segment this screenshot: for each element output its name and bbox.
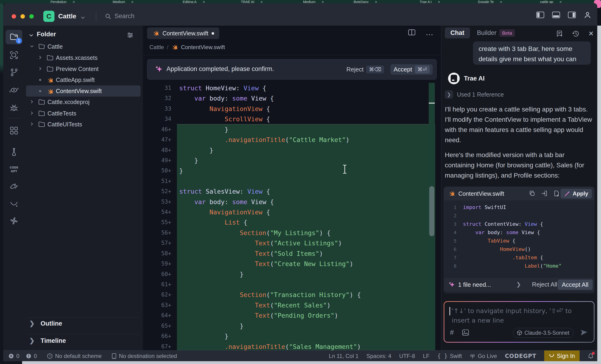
code-line[interactable]: 33 NavigationView { <box>143 104 441 114</box>
tree-item-contentview-swift[interactable]: ContentView.swift <box>26 85 140 97</box>
activity-item-source-control-icon[interactable] <box>6 65 22 79</box>
code-line[interactable]: 56+ Section("My Listings") { <box>143 228 441 238</box>
code-line[interactable]: 47+ .navigationTitle("Cattle Market") <box>143 135 441 145</box>
zoom-window-button[interactable] <box>29 14 34 19</box>
code-line[interactable]: 34 ScrollView { <box>143 114 441 124</box>
code-line[interactable]: 7 .tabItem { <box>444 254 594 262</box>
activity-item-codegeex-icon[interactable] <box>6 179 22 194</box>
accept-button[interactable]: Accept ⌘⏎ <box>390 64 433 75</box>
insert-code-icon[interactable] <box>541 190 548 197</box>
code-line[interactable]: 53+ var body: some View { <box>143 197 441 207</box>
chevron-right-icon[interactable] <box>38 55 43 60</box>
errors-indicator[interactable]: 0 <box>8 353 19 359</box>
breadcrumb-project[interactable]: Cattle <box>150 44 164 50</box>
code-line[interactable]: 61+ <box>143 279 441 290</box>
language-mode[interactable]: { } Swift <box>437 353 462 359</box>
chat-input[interactable]: '↑↓' to navigate input history, '⇧⏎' to … <box>444 302 594 342</box>
chevron-right-icon[interactable] <box>38 66 43 71</box>
code-line[interactable]: 54+ NavigationView { <box>143 207 441 217</box>
code-line[interactable]: 57+ Text("Active Listings") <box>143 238 441 248</box>
copy-code-icon[interactable] <box>529 190 535 197</box>
go-live-button[interactable]: Go Live <box>470 353 497 359</box>
code-line[interactable]: 65+ } <box>143 321 441 331</box>
indentation-setting[interactable]: Spaces: 4 <box>366 353 391 359</box>
tab-chat[interactable]: Chat <box>445 28 470 39</box>
code-line[interactable]: 63+ Text("Recent Sales") <box>143 300 441 310</box>
new-file-from-code-icon[interactable] <box>554 190 559 197</box>
history-icon[interactable] <box>572 30 580 38</box>
sign-in-button[interactable]: Sign In <box>544 351 580 361</box>
code-line[interactable]: 64+ Text("Pending Orders") <box>143 310 441 321</box>
more-actions-icon[interactable]: … <box>425 31 434 33</box>
code-line[interactable]: 1import SwiftUI <box>444 203 594 212</box>
accept-all-button[interactable]: Accept All <box>558 279 593 290</box>
split-editor-icon[interactable] <box>408 29 415 35</box>
codegpt-status[interactable]: CODEGPT <box>505 353 536 359</box>
search-box[interactable]: Search <box>105 13 135 20</box>
timeline-section[interactable]: ❯ Timeline <box>29 337 66 344</box>
code-line[interactable]: 46+ } <box>143 124 441 135</box>
warnings-indicator[interactable]: 0 <box>26 353 37 359</box>
close-window-button[interactable] <box>12 14 16 19</box>
activity-item-explorer-icon[interactable]: 1 <box>6 30 22 44</box>
new-chat-icon[interactable] <box>556 30 563 37</box>
tree-item-assets-xcassets[interactable]: Assets.xcassets <box>26 52 140 63</box>
code-line[interactable]: 52+struct SalesView: View { <box>143 186 441 197</box>
activity-item-codegpt-icon[interactable]: CODEGPT <box>6 162 22 177</box>
activity-item-preview-eye-icon[interactable] <box>6 83 22 97</box>
send-message-icon[interactable] <box>580 328 588 337</box>
scheme-selector[interactable]: ? No default scheme <box>47 353 102 359</box>
folder-chevron-down-icon[interactable] <box>28 33 34 38</box>
tree-item-cattleapp-swift[interactable]: CattleApp.swift <box>26 74 140 85</box>
explorer-header[interactable]: Folder <box>25 29 143 39</box>
context-hash-icon[interactable]: # <box>450 328 454 336</box>
tree-item-cattletests[interactable]: CattleTests <box>26 108 140 119</box>
code-line[interactable]: 55+ List { <box>143 217 441 228</box>
code-line[interactable]: 49+ } <box>143 155 441 166</box>
code-line[interactable]: 60+ } <box>143 269 441 279</box>
reject-all-button[interactable]: Reject All <box>532 281 557 288</box>
code-line[interactable]: 3struct ContentView: View { <box>444 220 594 228</box>
project-name[interactable]: Cattle <box>58 13 76 20</box>
toggle-bottom-panel-icon[interactable] <box>552 12 560 18</box>
attach-image-icon[interactable] <box>462 329 469 336</box>
toggle-right-panel-icon[interactable] <box>568 12 576 18</box>
chevron-right-icon[interactable] <box>29 110 34 116</box>
tree-item-cattle[interactable]: Cattle <box>26 41 140 52</box>
code-line[interactable]: 51+ <box>143 176 441 187</box>
activity-item-smiley-icon[interactable] <box>6 197 22 211</box>
model-selector[interactable]: Claude-3.5-Sonnet <box>513 328 573 338</box>
code-line[interactable]: 32 var body: some View { <box>143 93 441 104</box>
account-icon[interactable] <box>584 11 591 19</box>
browser-scrollbar-horizontal[interactable] <box>22 361 601 364</box>
code-line[interactable]: 8 Label("Home" <box>444 262 594 270</box>
cursor-position[interactable]: Ln 11, Col 1 <box>329 353 359 359</box>
breadcrumb-file[interactable]: ContentView.swift <box>181 44 225 50</box>
tab-builder[interactable]: Builder Beta <box>477 29 515 37</box>
code-line[interactable]: 50+} <box>143 166 441 176</box>
activity-item-extensions-icon[interactable] <box>6 123 22 138</box>
editor-tab[interactable]: ContentView.swift <box>147 28 219 39</box>
code-line[interactable]: 66+ } <box>143 331 441 341</box>
code-line[interactable]: 5 TabView { <box>444 237 594 245</box>
toggle-left-panel-icon[interactable] <box>536 12 544 18</box>
code-line[interactable]: 31struct HomeView: View { <box>143 83 441 93</box>
code-line[interactable]: 2 <box>444 212 594 220</box>
used-references-toggle[interactable]: ❯ Used 1 Reference <box>445 90 504 99</box>
code-line[interactable]: 58+ Text("Sold Items") <box>143 248 441 259</box>
activity-item-debug-icon[interactable] <box>6 101 22 115</box>
notifications-bell-icon[interactable] <box>588 353 594 359</box>
expand-pending-chevron-icon[interactable]: ❯ <box>516 281 521 288</box>
breadcrumb[interactable]: Cattle / ContentView.swift <box>150 44 225 51</box>
code-line[interactable]: 59+ Text("Create New Listing") <box>143 259 441 269</box>
code-line[interactable]: 4 var body: some View { <box>444 228 594 237</box>
eol-setting[interactable]: LF <box>423 353 430 359</box>
encoding-setting[interactable]: UTF-8 <box>399 353 415 359</box>
tree-item-preview-content[interactable]: Preview Content <box>26 63 140 74</box>
reject-button[interactable]: Reject ⌘⌫ <box>344 64 386 75</box>
activity-item-search-icon[interactable] <box>6 48 22 62</box>
outline-section[interactable]: ❯ Outline <box>29 320 62 327</box>
chevron-right-icon[interactable] <box>29 99 34 104</box>
activity-item-flower-icon[interactable] <box>6 214 22 228</box>
close-panel-icon[interactable]: ✕ <box>588 30 594 38</box>
